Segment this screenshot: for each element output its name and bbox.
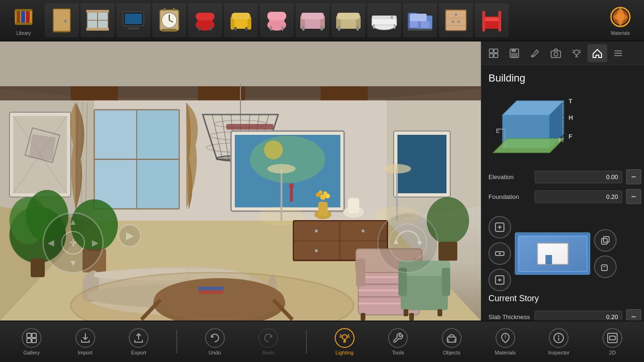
rotate-joystick[interactable] [377,212,438,273]
add-story-below-button[interactable] [488,269,511,291]
redo-button[interactable]: Redo [248,322,289,361]
add-story-level-button[interactable] [488,242,511,265]
duplicate-story-button[interactable] [594,229,617,252]
nav-left-arrow: ◀ [48,238,54,248]
2d-button[interactable]: 2D [592,322,633,361]
svg-rect-3 [26,11,30,23]
2d-label: 2D [609,350,616,355]
foundation-input[interactable] [535,190,622,203]
building-floor-preview[interactable] [515,232,590,275]
nav-right-arrow: ▶ [92,238,99,248]
tab-light[interactable] [567,44,586,62]
2d-icon [603,328,622,348]
nav-side-icon: ▶ [126,230,134,242]
furniture-strip [42,3,602,37]
room-scene: ▲ ▼ ◀ ▶ ✛ ▶ [0,41,481,321]
furniture-armchair-yellow[interactable] [224,3,258,37]
nav-side-button[interactable]: ▶ [118,224,141,247]
svg-rect-25 [162,29,177,32]
building-diagram: T H F E F [488,91,583,162]
svg-rect-19 [131,26,136,28]
svg-point-140 [267,164,296,173]
import-button[interactable]: Import [65,322,106,361]
foundation-decrease-button[interactable]: − [626,189,641,204]
gallery-icon [22,328,41,348]
svg-rect-27 [173,8,175,11]
lighting-icon [335,328,355,348]
objects-icon [442,328,462,348]
tab-list[interactable] [608,44,628,62]
tab-camera[interactable] [546,44,566,62]
add-story-above-button[interactable] [488,216,511,239]
delete-story-button[interactable] [594,255,617,278]
svg-point-160 [323,191,327,195]
materials-icon [608,5,633,29]
svg-rect-41 [267,12,286,20]
svg-point-73 [452,21,454,23]
svg-rect-127 [290,188,293,202]
elevation-label: Elevation [488,173,531,181]
svg-rect-66 [421,21,429,28]
svg-rect-80 [485,17,498,21]
objects-button[interactable]: Objects [431,322,472,361]
svg-rect-174 [361,313,365,321]
undo-button[interactable]: Undo [194,322,236,361]
tools-button[interactable]: Tools [377,322,419,361]
furniture-chair-pink[interactable] [260,3,294,37]
svg-rect-138 [438,242,457,261]
svg-marker-92 [321,86,368,100]
elevation-decrease-button[interactable]: − [626,169,641,184]
gallery-button[interactable]: Gallery [11,322,52,361]
svg-point-8 [64,20,67,23]
svg-rect-194 [489,54,493,58]
tab-home[interactable] [587,44,607,62]
materials-bottom-label: Materials [495,350,516,355]
tab-save[interactable] [504,44,524,62]
tab-select[interactable] [484,44,504,62]
objects-label: Objects [443,350,460,355]
svg-rect-37 [234,27,237,31]
elevation-input[interactable] [535,171,622,183]
materials-button[interactable]: Materials [602,1,639,39]
svg-rect-193 [494,49,498,53]
svg-marker-91 [198,86,245,100]
export-button[interactable]: Export [118,322,159,361]
furniture-bathtub[interactable] [367,3,401,37]
tab-paint[interactable] [525,44,545,62]
svg-marker-191 [417,241,422,246]
svg-rect-250 [454,339,456,342]
inspector-button[interactable]: Inspector [538,322,579,361]
svg-rect-98 [29,134,56,161]
furniture-clock[interactable] [152,3,186,37]
svg-rect-49 [321,26,323,31]
lighting-button[interactable]: Lighting [324,322,365,361]
undo-icon [205,328,225,348]
furniture-door[interactable] [45,3,79,37]
svg-rect-20 [128,28,139,29]
materials-bottom-button[interactable]: Materials [485,322,526,361]
furniture-chair-simple[interactable] [475,3,509,37]
svg-rect-59 [373,24,375,29]
svg-rect-1 [17,11,20,23]
building-section: Building T H F E [481,65,644,214]
main-viewport[interactable]: ▲ ▼ ◀ ▶ ✛ ▶ [0,41,481,321]
svg-rect-70 [446,18,465,25]
export-label: Export [131,350,146,355]
furniture-sofa-beige[interactable] [331,3,365,37]
furniture-chair-red[interactable] [188,3,222,37]
slab-thickness-label: Slab Thickness [488,313,531,321]
svg-rect-255 [610,336,615,340]
furniture-window[interactable] [81,3,115,37]
furniture-sofa-pink[interactable] [296,3,330,37]
svg-point-246 [342,335,347,339]
furniture-tv[interactable] [116,3,150,37]
svg-rect-48 [302,26,305,31]
svg-rect-78 [498,11,501,32]
library-button[interactable]: Library [5,1,42,39]
furniture-dresser[interactable] [439,3,473,37]
furniture-bed[interactable] [403,3,437,37]
elevation-row: Elevation − + [488,169,637,184]
svg-rect-53 [337,13,360,19]
svg-rect-162 [348,198,359,213]
navigation-joystick[interactable]: ▲ ▼ ◀ ▶ ✛ [42,212,104,273]
